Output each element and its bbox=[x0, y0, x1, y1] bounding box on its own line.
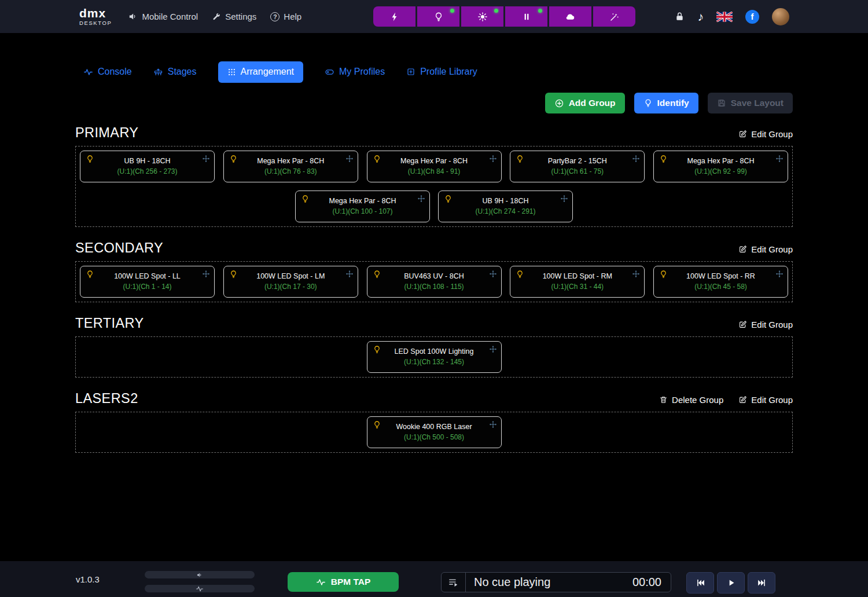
move-icon[interactable] bbox=[417, 195, 425, 203]
bulb-icon bbox=[444, 195, 453, 203]
activity-icon bbox=[316, 577, 326, 587]
fixture-name: Mega Hex Par - 8CH bbox=[654, 157, 788, 165]
language-flag-uk[interactable] bbox=[716, 12, 733, 22]
move-icon[interactable] bbox=[560, 195, 568, 203]
effects-button[interactable] bbox=[593, 6, 635, 27]
tab-stages[interactable]: Stages bbox=[153, 67, 197, 77]
edit-group-label: Edit Group bbox=[751, 395, 793, 405]
nav-mobile-control[interactable]: Mobile Control bbox=[128, 12, 198, 21]
fixture-card[interactable]: LED Spot 100W Lighting (U:1)(Ch 132 - 14… bbox=[367, 341, 502, 373]
fixture-card[interactable]: 100W LED Spot - RR (U:1)(Ch 45 - 58) bbox=[653, 266, 788, 298]
add-group-button[interactable]: Add Group bbox=[545, 93, 625, 113]
fixture-name: 100W LED Spot - RR bbox=[654, 272, 788, 280]
cue-time: 00:00 bbox=[632, 576, 661, 589]
fixture-channels: (U:1)(Ch 45 - 58) bbox=[654, 283, 788, 291]
nav-settings[interactable]: Settings bbox=[212, 12, 256, 21]
top-bar: dmx DESKTOP Mobile Control Settings Help bbox=[0, 0, 868, 33]
fixture-channels: (U:1)(Ch 31 - 44) bbox=[510, 283, 644, 291]
fixture-card[interactable]: Mega Hex Par - 8CH (U:1)(Ch 92 - 99) bbox=[653, 151, 788, 182]
fixture-card[interactable]: PartyBar 2 - 15CH (U:1)(Ch 61 - 75) bbox=[510, 151, 645, 182]
identify-label: Identify bbox=[657, 98, 689, 108]
fixture-name: PartyBar 2 - 15CH bbox=[510, 157, 644, 165]
fixture-card[interactable]: Mega Hex Par - 8CH (U:1)(Ch 76 - 83) bbox=[223, 151, 358, 182]
nav-settings-label: Settings bbox=[225, 12, 256, 21]
fixture-channels: (U:1)(Ch 84 - 91) bbox=[367, 167, 501, 175]
fixture-name: Mega Hex Par - 8CH bbox=[296, 197, 429, 205]
effects-icon bbox=[609, 12, 620, 22]
delete-group-button[interactable]: Delete Group bbox=[659, 395, 723, 405]
move-icon[interactable] bbox=[632, 270, 640, 278]
identify-button[interactable]: Identify bbox=[634, 93, 698, 113]
cloud-button[interactable] bbox=[549, 6, 591, 27]
tab-my-profiles[interactable]: My Profiles bbox=[325, 67, 385, 77]
move-icon[interactable] bbox=[202, 270, 210, 278]
cloud-icon bbox=[565, 11, 576, 22]
fixture-card[interactable]: Wookie 400 RGB Laser (U:1)(Ch 500 - 508) bbox=[367, 416, 502, 448]
edit-group-button[interactable]: Edit Group bbox=[738, 395, 793, 405]
nav-help[interactable]: Help bbox=[270, 12, 301, 21]
tab-arrangement[interactable]: Arrangement bbox=[218, 61, 304, 83]
edit-group-button[interactable]: Edit Group bbox=[738, 320, 793, 329]
profile-tag-icon bbox=[325, 67, 334, 77]
tab-console[interactable]: Console bbox=[83, 67, 132, 77]
bpm-tap-button[interactable]: BPM TAP bbox=[288, 572, 399, 592]
tab-profile-library[interactable]: Profile Library bbox=[406, 67, 477, 77]
move-icon[interactable] bbox=[489, 270, 497, 278]
group-header-lasers2: LASERS2 Delete Group Edit Group bbox=[75, 391, 793, 406]
facebook-icon[interactable] bbox=[745, 10, 759, 24]
logo-line2: DESKTOP bbox=[79, 20, 112, 26]
app-version: v1.0.3 bbox=[76, 574, 100, 584]
fixture-card[interactable]: UB 9H - 18CH (U:1)(Ch 256 - 273) bbox=[80, 151, 215, 182]
fixture-channels: (U:1)(Ch 256 - 273) bbox=[80, 167, 214, 175]
move-icon[interactable] bbox=[632, 155, 640, 163]
bulb-icon bbox=[229, 270, 238, 279]
brightness-button[interactable] bbox=[461, 6, 503, 27]
fixture-name: Mega Hex Par - 8CH bbox=[367, 157, 501, 165]
bulb-icon bbox=[301, 195, 310, 203]
fixture-card[interactable]: Mega Hex Par - 8CH (U:1)(Ch 100 - 107) bbox=[295, 191, 430, 222]
queue-icon[interactable] bbox=[442, 573, 466, 592]
fixture-card[interactable]: 100W LED Spot - LM (U:1)(Ch 17 - 30) bbox=[223, 266, 358, 298]
fixture-card[interactable]: 100W LED Spot - LL (U:1)(Ch 1 - 14) bbox=[80, 266, 215, 298]
wrench-icon bbox=[212, 12, 221, 21]
move-icon[interactable] bbox=[489, 345, 497, 353]
bulb-icon bbox=[229, 155, 238, 163]
fixture-card[interactable]: Mega Hex Par - 8CH (U:1)(Ch 84 - 91) bbox=[367, 151, 502, 182]
previous-button[interactable] bbox=[686, 572, 714, 594]
volume-icon bbox=[196, 571, 204, 578]
save-layout-button[interactable]: Save Layout bbox=[708, 93, 793, 113]
move-icon[interactable] bbox=[202, 155, 210, 163]
move-icon[interactable] bbox=[775, 155, 784, 163]
main-content: Console Stages Arrangement My Profiles P… bbox=[75, 61, 793, 453]
pause-button[interactable] bbox=[505, 6, 547, 27]
bulb-icon bbox=[516, 270, 524, 279]
move-icon[interactable] bbox=[345, 155, 354, 163]
volume-slider[interactable] bbox=[145, 571, 255, 578]
bpm-slider[interactable] bbox=[145, 585, 255, 592]
fixture-channels: (U:1)(Ch 17 - 30) bbox=[224, 283, 358, 291]
move-icon[interactable] bbox=[489, 155, 497, 163]
fixture-card[interactable]: BUV463 UV - 8CH (U:1)(Ch 108 - 115) bbox=[367, 266, 502, 298]
play-button[interactable] bbox=[717, 572, 745, 594]
tab-label: Arrangement bbox=[241, 67, 295, 77]
fixture-channels: (U:1)(Ch 132 - 145) bbox=[367, 358, 501, 366]
edit-group-button[interactable]: Edit Group bbox=[738, 244, 793, 254]
fixture-card[interactable]: UB 9H - 18CH (U:1)(Ch 274 - 291) bbox=[438, 191, 573, 222]
move-icon[interactable] bbox=[489, 420, 497, 428]
edit-group-button[interactable]: Edit Group bbox=[738, 129, 793, 139]
delete-group-label: Delete Group bbox=[672, 395, 723, 405]
plus-circle-icon bbox=[554, 98, 564, 108]
actions-row: Add Group Identify Save Layout bbox=[75, 93, 793, 113]
music-icon[interactable]: ♪ bbox=[698, 10, 704, 24]
blackout-button[interactable] bbox=[417, 6, 459, 27]
next-button[interactable] bbox=[748, 572, 775, 594]
move-icon[interactable] bbox=[775, 270, 784, 278]
fixture-card[interactable]: 100W LED Spot - RM (U:1)(Ch 31 - 44) bbox=[510, 266, 645, 298]
brightness-icon bbox=[477, 12, 488, 22]
move-icon[interactable] bbox=[345, 270, 354, 278]
status-indicator bbox=[538, 9, 542, 13]
app-logo[interactable]: dmx DESKTOP bbox=[79, 7, 112, 26]
lock-icon[interactable] bbox=[674, 11, 685, 22]
lightning-button[interactable] bbox=[373, 6, 415, 27]
user-avatar[interactable] bbox=[772, 8, 789, 25]
